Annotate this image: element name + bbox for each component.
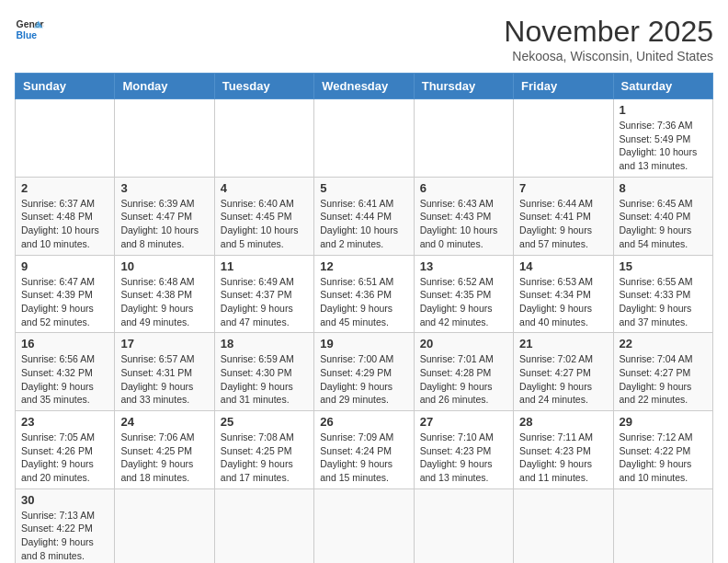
calendar-cell: 13Sunrise: 6:52 AM Sunset: 4:35 PM Dayli… xyxy=(414,255,513,333)
calendar-cell xyxy=(314,99,414,178)
day-number: 12 xyxy=(320,259,407,273)
day-info: Sunrise: 7:06 AM Sunset: 4:25 PM Dayligh… xyxy=(120,431,208,485)
day-number: 5 xyxy=(320,181,407,195)
day-number: 10 xyxy=(120,259,208,273)
calendar-cell: 26Sunrise: 7:09 AM Sunset: 4:24 PM Dayli… xyxy=(314,411,414,489)
calendar-cell: 30Sunrise: 7:13 AM Sunset: 4:22 PM Dayli… xyxy=(16,488,115,563)
day-info: Sunrise: 6:55 AM Sunset: 4:33 PM Dayligh… xyxy=(620,275,707,329)
calendar-cell xyxy=(214,488,313,563)
calendar-cell: 10Sunrise: 6:48 AM Sunset: 4:38 PM Dayli… xyxy=(115,255,214,333)
week-row-2: 9Sunrise: 6:47 AM Sunset: 4:39 PM Daylig… xyxy=(16,255,713,333)
calendar-cell: 21Sunrise: 7:02 AM Sunset: 4:27 PM Dayli… xyxy=(514,333,613,411)
calendar-cell: 17Sunrise: 6:57 AM Sunset: 4:31 PM Dayli… xyxy=(115,333,214,411)
day-info: Sunrise: 6:47 AM Sunset: 4:39 PM Dayligh… xyxy=(21,275,108,329)
calendar-cell: 8Sunrise: 6:45 AM Sunset: 4:40 PM Daylig… xyxy=(613,177,712,255)
day-number: 28 xyxy=(519,415,607,429)
weekday-header-sunday: Sunday xyxy=(16,74,115,99)
day-info: Sunrise: 6:51 AM Sunset: 4:36 PM Dayligh… xyxy=(320,275,407,329)
day-number: 17 xyxy=(120,337,208,350)
day-info: Sunrise: 6:52 AM Sunset: 4:35 PM Dayligh… xyxy=(420,275,507,329)
week-row-3: 16Sunrise: 6:56 AM Sunset: 4:32 PM Dayli… xyxy=(16,333,713,411)
month-title: November 2025 xyxy=(504,15,713,49)
calendar-cell: 11Sunrise: 6:49 AM Sunset: 4:37 PM Dayli… xyxy=(214,255,313,333)
calendar-cell: 24Sunrise: 7:06 AM Sunset: 4:25 PM Dayli… xyxy=(115,411,214,489)
week-row-5: 30Sunrise: 7:13 AM Sunset: 4:22 PM Dayli… xyxy=(16,488,713,563)
week-row-0: 1Sunrise: 7:36 AM Sunset: 5:49 PM Daylig… xyxy=(16,99,713,178)
day-number: 19 xyxy=(320,337,407,350)
day-number: 30 xyxy=(21,493,108,507)
day-info: Sunrise: 6:48 AM Sunset: 4:38 PM Dayligh… xyxy=(120,275,208,329)
calendar-cell xyxy=(613,488,712,563)
weekday-header-saturday: Saturday xyxy=(613,74,712,99)
calendar-body: 1Sunrise: 7:36 AM Sunset: 5:49 PM Daylig… xyxy=(16,99,713,564)
calendar-cell: 23Sunrise: 7:05 AM Sunset: 4:26 PM Dayli… xyxy=(16,411,115,489)
day-info: Sunrise: 7:04 AM Sunset: 4:27 PM Dayligh… xyxy=(620,352,707,407)
day-info: Sunrise: 7:36 AM Sunset: 5:49 PM Dayligh… xyxy=(620,119,707,173)
weekday-header-thursday: Thursday xyxy=(414,74,513,99)
calendar-cell: 15Sunrise: 6:55 AM Sunset: 4:33 PM Dayli… xyxy=(613,255,712,333)
day-info: Sunrise: 7:08 AM Sunset: 4:25 PM Dayligh… xyxy=(221,431,308,485)
day-info: Sunrise: 6:53 AM Sunset: 4:34 PM Dayligh… xyxy=(519,275,607,329)
location: Nekoosa, Wisconsin, United States xyxy=(504,49,713,63)
day-info: Sunrise: 6:57 AM Sunset: 4:31 PM Dayligh… xyxy=(120,352,208,407)
weekday-header-monday: Monday xyxy=(115,74,214,99)
calendar-cell: 25Sunrise: 7:08 AM Sunset: 4:25 PM Dayli… xyxy=(214,411,313,489)
day-number: 16 xyxy=(21,337,108,350)
day-number: 13 xyxy=(420,259,507,273)
calendar-cell xyxy=(314,488,414,563)
week-row-1: 2Sunrise: 6:37 AM Sunset: 4:48 PM Daylig… xyxy=(16,177,713,255)
day-number: 23 xyxy=(21,415,108,429)
day-number: 9 xyxy=(21,259,108,273)
calendar-cell: 2Sunrise: 6:37 AM Sunset: 4:48 PM Daylig… xyxy=(16,177,115,255)
calendar-cell xyxy=(214,99,313,178)
calendar-cell xyxy=(115,99,214,178)
calendar-cell: 27Sunrise: 7:10 AM Sunset: 4:23 PM Dayli… xyxy=(414,411,513,489)
day-info: Sunrise: 6:37 AM Sunset: 4:48 PM Dayligh… xyxy=(21,197,108,251)
day-number: 25 xyxy=(221,415,308,429)
header: General Blue November 2025 Nekoosa, Wisc… xyxy=(15,15,713,63)
calendar-cell: 5Sunrise: 6:41 AM Sunset: 4:44 PM Daylig… xyxy=(314,177,414,255)
day-info: Sunrise: 7:02 AM Sunset: 4:27 PM Dayligh… xyxy=(519,352,607,407)
day-info: Sunrise: 6:41 AM Sunset: 4:44 PM Dayligh… xyxy=(320,197,407,251)
calendar-cell: 29Sunrise: 7:12 AM Sunset: 4:22 PM Dayli… xyxy=(613,411,712,489)
day-info: Sunrise: 6:49 AM Sunset: 4:37 PM Dayligh… xyxy=(221,275,308,329)
calendar-cell: 1Sunrise: 7:36 AM Sunset: 5:49 PM Daylig… xyxy=(613,99,712,178)
calendar-cell: 28Sunrise: 7:11 AM Sunset: 4:23 PM Dayli… xyxy=(514,411,613,489)
calendar-cell: 22Sunrise: 7:04 AM Sunset: 4:27 PM Dayli… xyxy=(613,333,712,411)
day-info: Sunrise: 6:39 AM Sunset: 4:47 PM Dayligh… xyxy=(120,197,208,251)
day-number: 24 xyxy=(120,415,208,429)
day-number: 15 xyxy=(620,259,707,273)
day-number: 4 xyxy=(221,181,308,195)
logo: General Blue xyxy=(15,15,44,44)
calendar-cell: 12Sunrise: 6:51 AM Sunset: 4:36 PM Dayli… xyxy=(314,255,414,333)
day-number: 2 xyxy=(21,181,108,195)
calendar-header: SundayMondayTuesdayWednesdayThursdayFrid… xyxy=(16,74,713,99)
day-info: Sunrise: 6:45 AM Sunset: 4:40 PM Dayligh… xyxy=(620,197,707,251)
calendar-cell xyxy=(414,99,513,178)
calendar-cell: 14Sunrise: 6:53 AM Sunset: 4:34 PM Dayli… xyxy=(514,255,613,333)
calendar-cell: 9Sunrise: 6:47 AM Sunset: 4:39 PM Daylig… xyxy=(16,255,115,333)
day-number: 26 xyxy=(320,415,407,429)
calendar-cell xyxy=(514,99,613,178)
calendar-cell xyxy=(16,99,115,178)
calendar-cell: 4Sunrise: 6:40 AM Sunset: 4:45 PM Daylig… xyxy=(214,177,313,255)
calendar-cell: 7Sunrise: 6:44 AM Sunset: 4:41 PM Daylig… xyxy=(514,177,613,255)
day-number: 6 xyxy=(420,181,507,195)
day-number: 27 xyxy=(420,415,507,429)
calendar-cell xyxy=(414,488,513,563)
day-info: Sunrise: 7:00 AM Sunset: 4:29 PM Dayligh… xyxy=(320,352,407,407)
day-number: 22 xyxy=(620,337,707,350)
day-info: Sunrise: 6:59 AM Sunset: 4:30 PM Dayligh… xyxy=(221,352,308,407)
day-number: 21 xyxy=(519,337,607,350)
calendar-cell: 16Sunrise: 6:56 AM Sunset: 4:32 PM Dayli… xyxy=(16,333,115,411)
day-number: 18 xyxy=(221,337,308,350)
calendar-cell: 18Sunrise: 6:59 AM Sunset: 4:30 PM Dayli… xyxy=(214,333,313,411)
day-info: Sunrise: 6:56 AM Sunset: 4:32 PM Dayligh… xyxy=(21,352,108,407)
weekday-header-wednesday: Wednesday xyxy=(314,74,414,99)
svg-text:Blue: Blue xyxy=(17,30,38,40)
day-number: 7 xyxy=(519,181,607,195)
day-info: Sunrise: 7:12 AM Sunset: 4:22 PM Dayligh… xyxy=(620,431,707,485)
day-number: 1 xyxy=(620,103,707,117)
week-row-4: 23Sunrise: 7:05 AM Sunset: 4:26 PM Dayli… xyxy=(16,411,713,489)
day-number: 11 xyxy=(221,259,308,273)
